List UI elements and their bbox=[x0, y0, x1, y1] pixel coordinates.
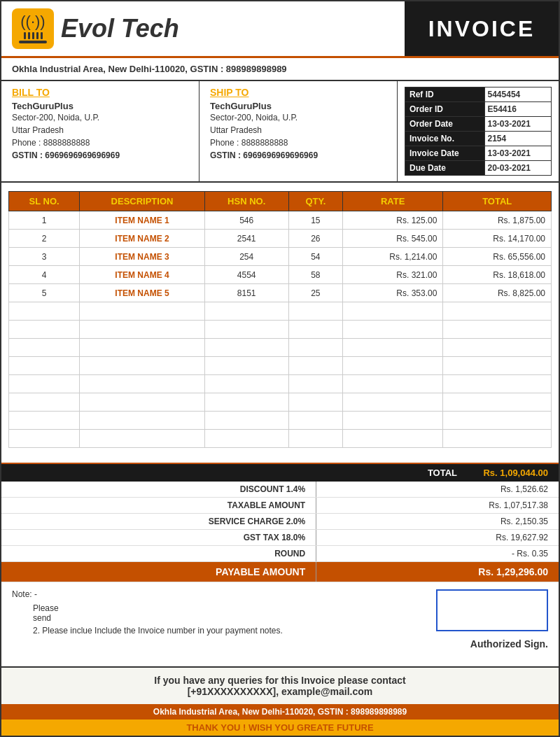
cell-empty bbox=[204, 357, 288, 375]
cell-empty bbox=[343, 393, 443, 412]
cell-empty bbox=[443, 393, 552, 412]
cell-empty bbox=[204, 321, 288, 339]
cell-empty bbox=[80, 302, 204, 321]
table-row-empty bbox=[9, 302, 552, 321]
service-value: Rs. 2,150.35 bbox=[316, 514, 559, 530]
cell-empty bbox=[9, 339, 80, 357]
gst-row: GST TAX 18.0% Rs. 19,627.92 bbox=[1, 530, 559, 546]
invoice-title-box: INVOICE bbox=[405, 1, 559, 56]
cell-sl: 5 bbox=[9, 284, 80, 302]
cell-qty: 15 bbox=[288, 211, 342, 230]
bill-company: TechGuruPlus bbox=[12, 101, 188, 111]
table-row-empty bbox=[9, 375, 552, 393]
cell-empty bbox=[343, 339, 443, 357]
col-desc: DESCRIPTION bbox=[80, 192, 204, 211]
bill-address1: Sector-200, Noida, U.P. bbox=[12, 111, 188, 124]
cell-total: Rs. 14,170.00 bbox=[443, 230, 552, 248]
ship-address1: Sector-200, Noida, U.P. bbox=[210, 111, 386, 124]
cell-empty bbox=[288, 412, 342, 430]
table-row-empty bbox=[9, 430, 552, 448]
cell-rate: Rs. 125.00 bbox=[343, 211, 443, 230]
invoice-date-label: Invoice Date bbox=[405, 146, 485, 161]
taxable-value: Rs. 1,07,517.38 bbox=[316, 498, 559, 514]
notes-label: Note: - bbox=[12, 589, 380, 599]
cell-empty bbox=[343, 412, 443, 430]
discount-label: DISCOUNT 1.4% bbox=[1, 482, 316, 498]
footer-address: Okhla Industrial Area, New Delhi-110020,… bbox=[1, 704, 559, 720]
cell-empty bbox=[9, 412, 80, 430]
cell-hsn: 546 bbox=[204, 211, 288, 230]
items-table: SL NO. DESCRIPTION HSN NO. QTY. RATE TOT… bbox=[8, 191, 552, 448]
bill-gstin: GSTIN : 6969696969696969 bbox=[12, 149, 188, 162]
due-date-label: Due Date bbox=[405, 161, 485, 176]
order-id-value: E54416 bbox=[484, 102, 551, 117]
ref-table: Ref ID 5445454 Order ID E54416 Order Dat… bbox=[405, 87, 552, 176]
payable-label: PAYABLE AMOUNT bbox=[1, 562, 316, 582]
bill-ship-section: BILL TO TechGuruPlus Sector-200, Noida, … bbox=[1, 81, 559, 183]
table-row: 4 ITEM NAME 4 4554 58 Rs. 321.00 Rs. 18,… bbox=[9, 266, 552, 284]
payable-value: Rs. 1,29,296.00 bbox=[316, 562, 559, 582]
discount-row: DISCOUNT 1.4% Rs. 1,526.62 bbox=[1, 482, 559, 498]
order-id-label: Order ID bbox=[405, 102, 485, 117]
cell-empty bbox=[80, 412, 204, 430]
round-value: - Rs. 0.35 bbox=[316, 546, 559, 562]
cell-hsn: 254 bbox=[204, 248, 288, 266]
order-date-row: Order Date 13-03-2021 bbox=[405, 117, 552, 132]
round-label: ROUND bbox=[1, 546, 316, 562]
footer-thankyou: THANK YOU ! WISH YOU GREATE FUTURE bbox=[1, 720, 559, 736]
cell-rate: Rs. 1,214.00 bbox=[343, 248, 443, 266]
cell-empty bbox=[204, 375, 288, 393]
total-main-label: TOTAL bbox=[328, 464, 468, 482]
cell-hsn: 2541 bbox=[204, 230, 288, 248]
cell-empty bbox=[9, 321, 80, 339]
taxable-row: TAXABLE AMOUNT Rs. 1,07,517.38 bbox=[1, 498, 559, 514]
cell-empty bbox=[343, 357, 443, 375]
cell-empty bbox=[80, 339, 204, 357]
cell-empty bbox=[443, 357, 552, 375]
cell-empty bbox=[204, 393, 288, 412]
cell-empty bbox=[204, 412, 288, 430]
cell-empty bbox=[343, 321, 443, 339]
notes-right: Authorized Sign. bbox=[394, 589, 548, 659]
cell-desc: ITEM NAME 4 bbox=[80, 266, 204, 284]
summary-table: DISCOUNT 1.4% Rs. 1,526.62 TAXABLE AMOUN… bbox=[1, 482, 559, 582]
cell-empty bbox=[80, 375, 204, 393]
totals-section: TOTAL Rs. 1,09,044.00 DISCOUNT 1.4% Rs. … bbox=[1, 463, 559, 582]
table-row-empty bbox=[9, 412, 552, 430]
router-base bbox=[19, 41, 47, 43]
order-date-label: Order Date bbox=[405, 117, 485, 132]
table-row-empty bbox=[9, 339, 552, 357]
cell-empty bbox=[288, 357, 342, 375]
wifi-icon: ((·)) bbox=[20, 14, 45, 29]
service-row: SERVICE CHARGE 2.0% Rs. 2,150.35 bbox=[1, 514, 559, 530]
cell-total: Rs. 8,825.00 bbox=[443, 284, 552, 302]
table-row-empty bbox=[9, 321, 552, 339]
cell-hsn: 8151 bbox=[204, 284, 288, 302]
cell-empty bbox=[9, 430, 80, 448]
payable-row: PAYABLE AMOUNT Rs. 1,29,296.00 bbox=[1, 562, 559, 582]
cell-empty bbox=[443, 375, 552, 393]
cell-empty bbox=[443, 339, 552, 357]
notes-left: Note: - Please send 2. Please inclue Inc… bbox=[12, 589, 380, 659]
ship-to-label: SHIP TO bbox=[210, 87, 386, 98]
invoice-no-label: Invoice No. bbox=[405, 132, 485, 146]
round-row: ROUND - Rs. 0.35 bbox=[1, 546, 559, 562]
cell-qty: 26 bbox=[288, 230, 342, 248]
col-total: TOTAL bbox=[443, 192, 552, 211]
cell-qty: 25 bbox=[288, 284, 342, 302]
total-main-value: Rs. 1,09,044.00 bbox=[468, 464, 559, 482]
cell-desc: ITEM NAME 3 bbox=[80, 248, 204, 266]
cell-empty bbox=[288, 321, 342, 339]
total-row-main: TOTAL Rs. 1,09,044.00 bbox=[1, 464, 559, 482]
cell-rate: Rs. 545.00 bbox=[343, 230, 443, 248]
cell-empty bbox=[443, 321, 552, 339]
cell-desc: ITEM NAME 2 bbox=[80, 230, 204, 248]
contact-section: If you have any queries for this Invoice… bbox=[1, 666, 559, 704]
cell-total: Rs. 18,618.00 bbox=[443, 266, 552, 284]
table-row: 1 ITEM NAME 1 546 15 Rs. 125.00 Rs. 1,87… bbox=[9, 211, 552, 230]
cell-empty bbox=[80, 357, 204, 375]
table-header-row: SL NO. DESCRIPTION HSN NO. QTY. RATE TOT… bbox=[9, 192, 552, 211]
table-row: 3 ITEM NAME 3 254 54 Rs. 1,214.00 Rs. 65… bbox=[9, 248, 552, 266]
cell-empty bbox=[9, 375, 80, 393]
cell-empty bbox=[343, 375, 443, 393]
